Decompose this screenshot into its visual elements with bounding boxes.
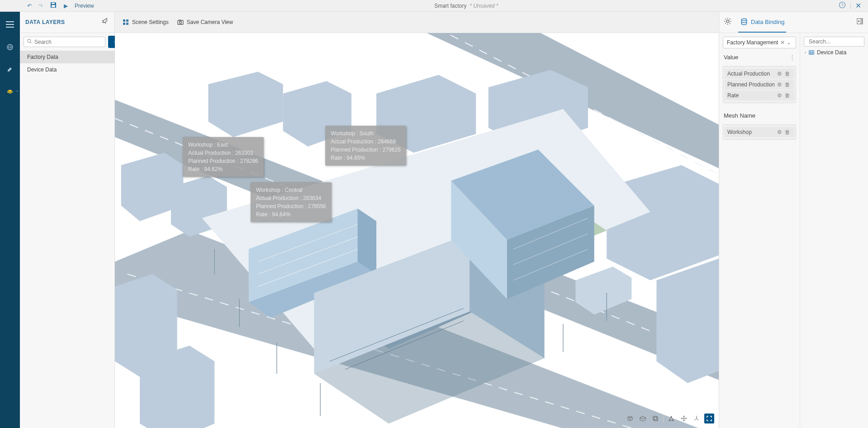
svg-rect-67 bbox=[809, 51, 814, 55]
gear-icon[interactable]: ⚙ bbox=[776, 81, 783, 88]
svg-point-4 bbox=[28, 39, 31, 43]
table-icon bbox=[808, 49, 815, 56]
axes-icon[interactable] bbox=[692, 414, 702, 423]
layers-icon[interactable]: › bbox=[4, 86, 16, 99]
value-header: Value bbox=[724, 54, 738, 61]
svg-rect-11 bbox=[179, 20, 180, 21]
pin-icon[interactable] bbox=[102, 18, 109, 27]
right-search-input[interactable] bbox=[804, 37, 864, 47]
search-icon bbox=[27, 38, 32, 45]
tooltip-south: Workshop : South Actual Production : 264… bbox=[325, 126, 406, 166]
gear-icon[interactable]: ⚙ bbox=[776, 92, 783, 99]
svg-rect-65 bbox=[860, 19, 863, 24]
binding-selector[interactable]: Factory Management ✕ ⌄ bbox=[723, 37, 796, 48]
svg-rect-6 bbox=[126, 19, 128, 22]
globe-icon[interactable] bbox=[4, 41, 16, 53]
svg-point-63 bbox=[741, 19, 746, 21]
svg-marker-28 bbox=[656, 258, 719, 383]
preview-button[interactable]: Preview bbox=[75, 3, 94, 9]
play-icon[interactable]: ▶ bbox=[64, 3, 68, 9]
more-icon[interactable]: ⋮ bbox=[789, 54, 795, 61]
tooltip-central: Workshop : Central Actual Production : 2… bbox=[251, 182, 332, 222]
hamburger-menu-icon[interactable] bbox=[4, 18, 16, 31]
move-icon[interactable] bbox=[679, 414, 689, 423]
expand-icon[interactable] bbox=[704, 414, 714, 423]
value-item[interactable]: Planned Production ⚙ 🗑 bbox=[725, 80, 794, 90]
settings-gear-icon[interactable] bbox=[724, 17, 732, 27]
svg-rect-57 bbox=[653, 416, 657, 420]
value-list: Actual Production ⚙ 🗑 Planned Production… bbox=[723, 66, 796, 103]
left-panel: DATA LAYERS ＋ Add Factory Data Device Da… bbox=[20, 12, 115, 428]
svg-rect-7 bbox=[123, 23, 125, 25]
cube-wire-icon[interactable] bbox=[650, 414, 660, 423]
svg-rect-5 bbox=[123, 19, 125, 22]
value-item[interactable]: Actual Production ⚙ 🗑 bbox=[725, 69, 794, 79]
scene-settings-button[interactable]: Scene Settings bbox=[122, 19, 169, 26]
mesh-header: Mesh Name bbox=[724, 112, 755, 119]
viewport-tools bbox=[625, 414, 714, 423]
trash-icon[interactable]: 🗑 bbox=[783, 92, 792, 99]
mesh-list: Workshop ⚙ 🗑 bbox=[723, 124, 796, 140]
tree-item-device-data[interactable]: Device Data bbox=[20, 63, 114, 76]
scene-toolbar: Scene Settings Save Camera View bbox=[115, 12, 719, 33]
trash-icon[interactable]: 🗑 bbox=[783, 71, 792, 77]
viewport[interactable]: Workshop : East Actual Production : 2633… bbox=[115, 33, 719, 428]
value-item[interactable]: Rate ⚙ 🗑 bbox=[725, 90, 794, 100]
svg-text:?: ? bbox=[841, 3, 843, 7]
tab-data-binding[interactable]: Data Binding bbox=[738, 12, 786, 33]
panel-title: DATA LAYERS bbox=[25, 19, 65, 25]
tree-item-device-data[interactable]: › Device Data bbox=[804, 47, 864, 58]
left-rail: › bbox=[0, 12, 20, 428]
undo-icon[interactable]: ↶ bbox=[27, 3, 32, 9]
save-icon[interactable] bbox=[50, 1, 57, 10]
top-toolbar: ↶ ↷ ▶ Preview Smart factory * Unsaved * … bbox=[0, 0, 868, 12]
cube-persp-icon[interactable] bbox=[638, 414, 648, 423]
svg-rect-58 bbox=[654, 417, 658, 421]
node-icon[interactable] bbox=[666, 414, 676, 423]
clear-icon[interactable]: ✕ bbox=[779, 39, 786, 46]
chevron-right-icon: › bbox=[805, 50, 806, 55]
search-input[interactable] bbox=[24, 37, 105, 47]
mesh-item[interactable]: Workshop ⚙ 🗑 bbox=[725, 127, 794, 137]
help-icon[interactable]: ? bbox=[839, 1, 846, 10]
divider bbox=[850, 3, 851, 9]
svg-point-10 bbox=[179, 21, 181, 24]
save-camera-button[interactable]: Save Camera View bbox=[177, 19, 233, 26]
gear-icon[interactable]: ⚙ bbox=[776, 129, 783, 135]
chevron-down-icon[interactable]: ⌄ bbox=[786, 39, 792, 46]
gear-icon[interactable]: ⚙ bbox=[776, 71, 783, 77]
close-icon[interactable]: ✕ bbox=[855, 1, 861, 10]
pipe-icon[interactable] bbox=[4, 63, 16, 76]
collapse-panel-icon[interactable] bbox=[856, 18, 863, 27]
svg-marker-27 bbox=[140, 346, 214, 428]
trash-icon[interactable]: 🗑 bbox=[783, 129, 792, 135]
tree-item-factory-data[interactable]: Factory Data bbox=[20, 51, 114, 63]
svg-point-62 bbox=[726, 20, 729, 23]
svg-rect-9 bbox=[178, 20, 183, 24]
redo-icon[interactable]: ↷ bbox=[38, 3, 43, 9]
tooltip-east: Workshop : East Actual Production : 2633… bbox=[183, 137, 264, 177]
document-title: Smart factory * Unsaved * bbox=[94, 3, 839, 9]
divider bbox=[663, 415, 664, 422]
svg-rect-8 bbox=[126, 23, 128, 25]
cube-front-icon[interactable] bbox=[625, 414, 635, 423]
right-panel: Data Binding Factory Management ✕ ⌄ Valu… bbox=[719, 12, 868, 428]
trash-icon[interactable]: 🗑 bbox=[783, 81, 792, 88]
3d-scene bbox=[115, 33, 719, 428]
